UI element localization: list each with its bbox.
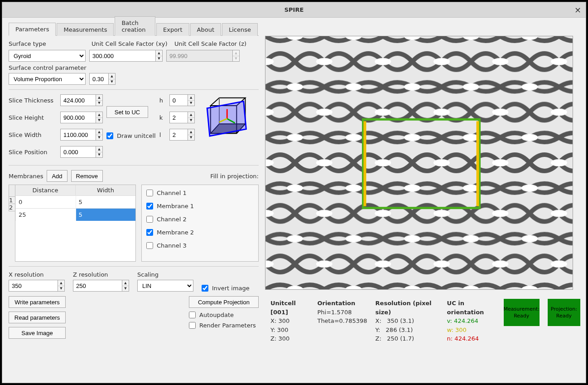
- xres-label: X resolution: [9, 271, 65, 278]
- l-input[interactable]: [169, 129, 188, 141]
- h-label: h: [159, 97, 165, 104]
- autoupdate-check[interactable]: [189, 312, 196, 318]
- ctrl-param-num[interactable]: [89, 73, 108, 85]
- l-label: l: [159, 132, 165, 138]
- res-x: X: 350 (3.1): [376, 317, 439, 326]
- k-label: k: [159, 114, 165, 121]
- uc-z: Z: 300: [270, 334, 309, 343]
- titlebar: SPIRE ×: [2, 2, 586, 18]
- channel-list: Channel 1 Membrane 1 Channel 2 Membrane …: [141, 185, 259, 262]
- col-width[interactable]: Width: [75, 185, 135, 195]
- slice-width[interactable]: [60, 129, 96, 141]
- channel2-check[interactable]: [146, 216, 153, 223]
- ucsf-xy-down[interactable]: ▼: [156, 56, 162, 62]
- window-title: SPIRE: [284, 6, 304, 13]
- uco-w: w: 300: [447, 326, 496, 335]
- res-head: Resolution (pixel size): [376, 299, 439, 317]
- ucsf-xy-label: Unit Cell Scale Factor (xy): [92, 40, 174, 47]
- tab-about[interactable]: About: [190, 23, 221, 36]
- ctrl-param-select[interactable]: Volume Proportion: [9, 73, 86, 85]
- slice-height[interactable]: [60, 112, 96, 123]
- phi: Phi=1.5708: [317, 308, 367, 317]
- membrane2-label: Membrane 2: [157, 229, 194, 236]
- uco-head: UC in orientation: [447, 299, 496, 317]
- invert-label: Invert image: [212, 285, 250, 292]
- r1-width[interactable]: 5: [76, 195, 136, 208]
- render-params-check[interactable]: [189, 322, 196, 329]
- ucsf-z-label: Unit Cell Scale Factor (z): [174, 40, 246, 47]
- main-area: Parameters Measurements Batch creation E…: [2, 18, 586, 383]
- ucsf-z-down: ▼: [233, 56, 239, 62]
- scaling-label: Scaling: [137, 271, 193, 278]
- membrane2-check[interactable]: [146, 229, 153, 236]
- right-panel: Unitcell [001] X: 300 Y: 300 Z: 300 Orie…: [265, 18, 586, 383]
- remove-button[interactable]: Remove: [71, 170, 103, 182]
- ctrl-param-label: Surface control parameter: [9, 64, 259, 71]
- read-params-button[interactable]: Read parameters: [9, 312, 66, 323]
- channel1-label: Channel 1: [157, 190, 187, 196]
- tab-license[interactable]: License: [222, 23, 258, 36]
- uc-y: Y: 300: [270, 326, 309, 335]
- tab-measurements[interactable]: Measurements: [57, 23, 114, 36]
- save-image-button[interactable]: Save Image: [9, 327, 66, 339]
- left-panel: Parameters Measurements Batch creation E…: [2, 18, 265, 383]
- slice-thickness[interactable]: [60, 94, 96, 106]
- compute-projection-button[interactable]: Compute Projection: [189, 296, 259, 308]
- parameters-panel: Surface type Unit Cell Scale Factor (xy)…: [9, 36, 259, 339]
- res-y: Y: 286 (3.1): [376, 326, 439, 335]
- zres-label: Z resolution: [73, 271, 129, 278]
- h-input[interactable]: [169, 94, 188, 106]
- measurement-status: Measurement: Ready: [504, 299, 540, 326]
- slice-width-label: Slice Width: [9, 132, 56, 138]
- svg-rect-15: [265, 36, 573, 289]
- add-button[interactable]: Add: [47, 170, 67, 182]
- row-2-num: 2: [9, 204, 15, 211]
- draw-unitcell-label: Draw unitcell: [117, 132, 156, 139]
- k-input[interactable]: [169, 112, 188, 123]
- channel1-check[interactable]: [146, 190, 153, 196]
- membranes-table[interactable]: Distance Width 0 5 25 5: [15, 185, 136, 262]
- tab-parameters[interactable]: Parameters: [9, 23, 56, 36]
- set-to-uc-button[interactable]: Set to UC: [106, 106, 148, 118]
- tab-batch[interactable]: Batch creation: [115, 16, 155, 36]
- render-params-label: Render Parameters: [199, 322, 256, 329]
- projection-preview: [265, 36, 573, 290]
- close-icon[interactable]: ×: [574, 5, 581, 15]
- fill-label: Fill in projection:: [210, 173, 259, 180]
- draw-unitcell-check[interactable]: [106, 132, 113, 139]
- channel3-check[interactable]: [146, 242, 153, 249]
- zres-input[interactable]: [73, 280, 122, 292]
- unitcell-cube-icon: [198, 94, 251, 161]
- channel3-label: Channel 3: [157, 242, 187, 249]
- r1-distance[interactable]: 0: [15, 195, 76, 208]
- membrane1-check[interactable]: [146, 203, 153, 210]
- surface-type-label: Surface type: [9, 40, 92, 47]
- status-bar: Unitcell [001] X: 300 Y: 300 Z: 300 Orie…: [265, 294, 586, 343]
- ucsf-z-up: ▲: [233, 50, 239, 56]
- theta: Theta=0.785398: [317, 317, 367, 326]
- tabbar: Parameters Measurements Batch creation E…: [9, 22, 259, 36]
- uc-head: Unitcell [001]: [270, 299, 309, 317]
- invert-check[interactable]: [202, 285, 208, 292]
- tab-export[interactable]: Export: [156, 23, 189, 36]
- membrane1-label: Membrane 1: [157, 203, 194, 210]
- write-params-button[interactable]: Write parameters: [9, 296, 66, 308]
- slice-height-label: Slice Height: [9, 114, 56, 121]
- ucsf-xy-input[interactable]: [89, 50, 155, 62]
- r2-width[interactable]: 5: [76, 208, 136, 221]
- r2-distance[interactable]: 25: [15, 208, 76, 221]
- membranes-label: Membranes: [9, 173, 43, 180]
- projection-status: Projection: Ready: [548, 299, 580, 326]
- scaling-select[interactable]: LIN: [137, 280, 193, 292]
- channel2-label: Channel 2: [157, 216, 187, 223]
- xres-input[interactable]: [9, 280, 58, 292]
- slice-position[interactable]: [60, 146, 96, 158]
- app-window: SPIRE × Parameters Measurements Batch cr…: [2, 2, 586, 383]
- surface-type-select[interactable]: Gyroid: [9, 50, 86, 62]
- orient-head: Orientation: [317, 299, 367, 308]
- ucsf-z-input: [166, 50, 232, 62]
- uc-x: X: 300: [270, 317, 309, 326]
- ucsf-xy-up[interactable]: ▲: [156, 50, 162, 56]
- row-1-num: 1: [9, 197, 15, 204]
- col-distance[interactable]: Distance: [15, 185, 75, 195]
